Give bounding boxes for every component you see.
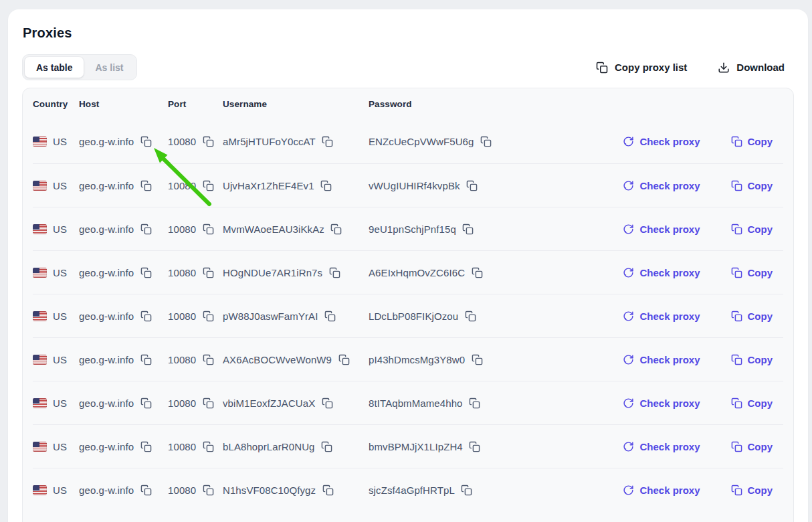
copy-username-button[interactable] bbox=[321, 440, 333, 452]
copy-port-button[interactable] bbox=[202, 397, 214, 409]
copy-icon bbox=[731, 398, 742, 409]
copy-username-button[interactable] bbox=[321, 397, 333, 409]
username-cell: pW88J0aswFamYrAI bbox=[223, 310, 369, 322]
copy-username-button[interactable] bbox=[320, 179, 332, 191]
copy-proxy-list-button[interactable]: Copy proxy list bbox=[596, 62, 687, 74]
copy-icon bbox=[731, 224, 742, 235]
copy-row-button[interactable]: Copy bbox=[731, 441, 773, 452]
check-proxy-button[interactable]: Check proxy bbox=[623, 180, 700, 191]
us-flag-icon bbox=[33, 485, 47, 495]
row-actions: Check proxy Copy bbox=[615, 180, 783, 191]
copy-icon bbox=[329, 267, 340, 278]
copy-host-button[interactable] bbox=[140, 397, 152, 409]
host-value: geo.g-w.info bbox=[79, 485, 134, 496]
username-value: pW88J0aswFamYrAI bbox=[223, 311, 318, 322]
copy-row-button[interactable]: Copy bbox=[731, 136, 773, 147]
username-value: N1hsVF08C10Qfygz bbox=[223, 485, 316, 496]
copy-host-button[interactable] bbox=[140, 310, 152, 322]
row-actions: Check proxy Copy bbox=[615, 311, 783, 322]
copy-username-button[interactable] bbox=[324, 310, 336, 322]
copy-password-button[interactable] bbox=[461, 484, 473, 496]
tab-as-table[interactable]: As table bbox=[25, 57, 84, 78]
table-header-row: Country Host Port Username Password bbox=[33, 88, 783, 120]
copy-port-button[interactable] bbox=[202, 223, 214, 235]
username-value: aMr5jHTUFoY0ccAT bbox=[223, 136, 316, 147]
copy-password-button[interactable] bbox=[471, 266, 483, 278]
host-value: geo.g-w.info bbox=[79, 136, 134, 147]
username-value: MvmWAoeEAU3iKkAz bbox=[223, 224, 324, 235]
copy-row-button[interactable]: Copy bbox=[731, 398, 773, 409]
check-proxy-button[interactable]: Check proxy bbox=[623, 398, 700, 409]
header-host: Host bbox=[79, 99, 168, 109]
copy-host-button[interactable] bbox=[140, 440, 152, 452]
copy-port-button[interactable] bbox=[202, 353, 214, 365]
copy-host-button[interactable] bbox=[140, 353, 152, 365]
copy-password-button[interactable] bbox=[466, 179, 478, 191]
copy-icon bbox=[140, 441, 152, 452]
copy-row-button[interactable]: Copy bbox=[731, 485, 773, 496]
country-cell: US bbox=[33, 224, 79, 235]
copy-icon bbox=[731, 354, 742, 365]
check-proxy-button[interactable]: Check proxy bbox=[623, 485, 700, 496]
copy-password-button[interactable] bbox=[462, 223, 474, 235]
us-flag-icon bbox=[33, 181, 47, 191]
copy-username-button[interactable] bbox=[338, 353, 350, 365]
copy-port-button[interactable] bbox=[202, 266, 214, 278]
password-cell: A6EIxHqmOvZC6I6C bbox=[369, 266, 615, 278]
password-value: A6EIxHqmOvZC6I6C bbox=[369, 267, 465, 278]
copy-username-button[interactable] bbox=[322, 484, 334, 496]
port-value: 10080 bbox=[168, 441, 196, 452]
row-actions: Check proxy Copy bbox=[615, 485, 783, 496]
copy-icon bbox=[203, 311, 214, 322]
host-cell: geo.g-w.info bbox=[79, 179, 168, 191]
copy-host-button[interactable] bbox=[140, 223, 152, 235]
username-cell: aMr5jHTUFoY0ccAT bbox=[223, 136, 369, 148]
copy-password-button[interactable] bbox=[480, 136, 492, 148]
copy-port-button[interactable] bbox=[202, 136, 214, 148]
refresh-check-icon bbox=[623, 354, 634, 365]
copy-row-button[interactable]: Copy bbox=[731, 311, 773, 322]
check-proxy-button[interactable]: Check proxy bbox=[623, 267, 700, 278]
copy-port-button[interactable] bbox=[202, 440, 214, 452]
check-proxy-button[interactable]: Check proxy bbox=[623, 136, 700, 147]
copy-row-button[interactable]: Copy bbox=[731, 267, 773, 278]
copy-host-button[interactable] bbox=[140, 136, 152, 148]
check-proxy-button[interactable]: Check proxy bbox=[623, 354, 700, 365]
download-button[interactable]: Download bbox=[718, 62, 785, 74]
copy-row-button[interactable]: Copy bbox=[731, 224, 773, 235]
header-country: Country bbox=[33, 99, 79, 109]
copy-password-button[interactable] bbox=[469, 397, 481, 409]
copy-row-button[interactable]: Copy bbox=[731, 354, 773, 365]
copy-host-button[interactable] bbox=[140, 179, 152, 191]
us-flag-icon bbox=[33, 268, 47, 278]
copy-icon bbox=[322, 398, 333, 409]
copy-username-button[interactable] bbox=[330, 223, 342, 235]
copy-icon bbox=[469, 398, 480, 409]
header-password: Password bbox=[369, 99, 615, 109]
copy-username-button[interactable] bbox=[322, 136, 334, 148]
refresh-check-icon bbox=[623, 136, 634, 147]
copy-port-button[interactable] bbox=[202, 484, 214, 496]
check-proxy-button[interactable]: Check proxy bbox=[623, 441, 700, 452]
tab-as-list[interactable]: As list bbox=[84, 57, 134, 78]
row-actions: Check proxy Copy bbox=[615, 354, 783, 365]
copy-host-button[interactable] bbox=[140, 266, 152, 278]
country-label: US bbox=[53, 354, 67, 365]
copy-password-button[interactable] bbox=[464, 310, 476, 322]
check-proxy-button[interactable]: Check proxy bbox=[623, 224, 700, 235]
copy-row-button[interactable]: Copy bbox=[731, 180, 773, 191]
port-value: 10080 bbox=[168, 354, 196, 365]
port-cell: 10080 bbox=[168, 223, 223, 235]
password-value: 8tITAqbmMame4hho bbox=[369, 398, 463, 409]
copy-password-button[interactable] bbox=[471, 353, 483, 365]
copy-port-button[interactable] bbox=[202, 179, 214, 191]
copy-password-button[interactable] bbox=[469, 440, 481, 452]
us-flag-icon bbox=[33, 442, 47, 452]
check-proxy-button[interactable]: Check proxy bbox=[623, 311, 700, 322]
copy-port-button[interactable] bbox=[202, 310, 214, 322]
copy-host-button[interactable] bbox=[140, 484, 152, 496]
copy-username-button[interactable] bbox=[328, 266, 340, 278]
password-value: vWUgIUHIRf4kvpBk bbox=[369, 180, 460, 191]
us-flag-icon bbox=[33, 137, 47, 147]
us-flag-icon bbox=[33, 398, 47, 408]
